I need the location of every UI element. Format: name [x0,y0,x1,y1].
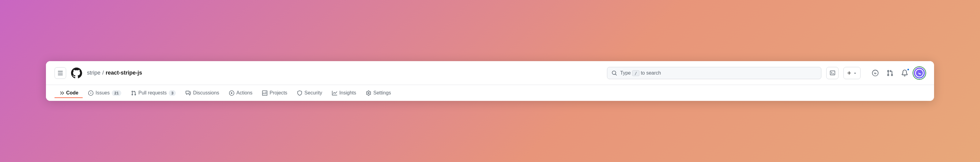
security-icon [297,90,302,96]
issues-label: Issues [95,90,110,96]
insights-icon [332,90,337,96]
code-label: Code [66,90,78,96]
issues-badge: 21 [112,90,121,96]
security-label: Security [304,90,322,96]
pull-requests-label: Pull requests [138,90,167,96]
search-placeholder-text: Type / to search [620,70,817,76]
settings-label: Settings [373,90,391,96]
repo-link[interactable]: react-stripe-js [106,70,142,76]
inbox-button[interactable] [899,67,911,79]
hamburger-button[interactable] [54,67,66,79]
right-icons-group [869,67,926,79]
nav-item-settings[interactable]: Settings [362,88,395,98]
settings-icon [366,90,371,96]
discussions-label: Discussions [193,90,219,96]
nav-item-insights[interactable]: Insights [328,88,360,98]
breadcrumb-separator: / [102,70,104,76]
notification-dot [907,68,910,71]
nav-item-actions[interactable]: Actions [225,88,257,98]
insights-label: Insights [339,90,356,96]
hamburger-icon [58,71,63,75]
nav-item-projects[interactable]: Projects [258,88,291,98]
projects-label: Projects [269,90,287,96]
projects-icon [262,90,267,96]
github-logo-icon[interactable] [71,68,82,79]
user-avatar[interactable] [913,67,926,79]
nav-bar: Code Issues 21 Pull requests 3 Discussio… [46,85,934,101]
nav-item-discussions[interactable]: Discussions [181,88,223,98]
nav-item-code[interactable]: Code [54,88,83,98]
nav-item-security[interactable]: Security [293,88,326,98]
github-navbar: stripe / react-stripe-js Type / to searc… [46,61,934,101]
discussions-icon [186,90,191,96]
pull-requests-icon [131,90,136,96]
search-input[interactable]: Type / to search [607,67,821,79]
search-icon [612,70,617,76]
code-icon [59,90,64,96]
new-button[interactable] [843,67,861,79]
pull-request-icon-button[interactable] [884,67,896,79]
search-slash-badge: / [632,70,640,76]
actions-icon [229,90,234,96]
top-bar: stripe / react-stripe-js Type / to searc… [46,61,934,85]
org-link[interactable]: stripe [87,70,100,76]
pull-requests-badge: 3 [169,90,176,96]
terminal-button[interactable] [826,67,838,79]
breadcrumb: stripe / react-stripe-js [87,70,142,76]
actions-label: Actions [236,90,252,96]
copilot-button[interactable] [869,67,881,79]
nav-item-pull-requests[interactable]: Pull requests 3 [127,88,180,98]
nav-item-issues[interactable]: Issues 21 [84,88,126,98]
issues-icon [88,90,94,96]
search-bar: Type / to search [607,67,821,79]
